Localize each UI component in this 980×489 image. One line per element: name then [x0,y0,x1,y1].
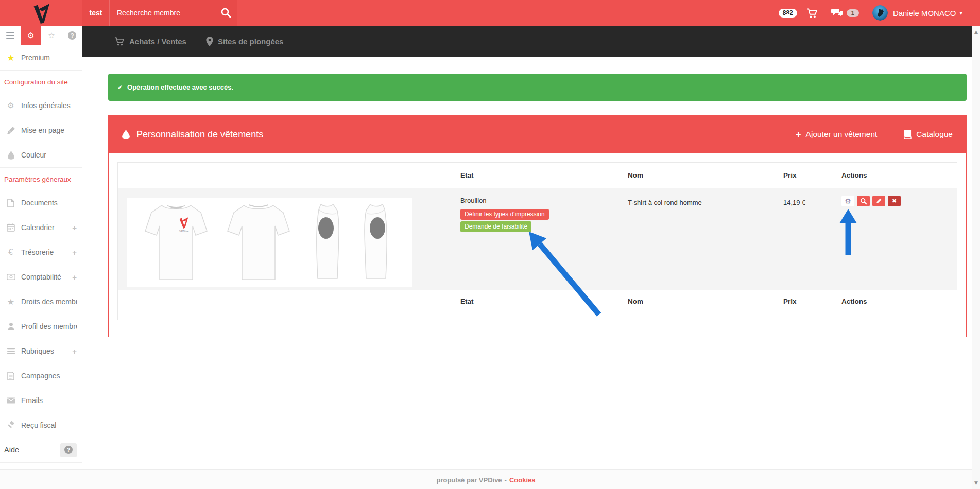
divider [0,462,82,463]
calendar-icon [4,223,18,232]
search-input[interactable] [110,8,215,18]
user-avatar[interactable] [872,5,888,21]
droplet-icon [122,130,130,139]
catalogue-button[interactable]: Catalogue [903,130,953,139]
sidebar-item-couleur[interactable]: Couleur [0,143,82,167]
avatar-image [872,5,888,21]
tab-favorites[interactable]: ☆ [41,26,62,45]
messages-count-badge: 1 [847,9,859,17]
footer-column-prix: Prix [779,290,837,305]
sidebar-item-campagnes[interactable]: Campagnes [0,363,82,388]
add-clothing-button[interactable]: + Ajouter un vêtement [796,130,877,139]
alert-message: Opération effectuée avec succès. [127,83,233,91]
user-name-label: Daniele MONACO [893,9,956,18]
sidebar-item-recu-fiscal[interactable]: Reçu fiscal [0,413,82,438]
define-print-types-button[interactable]: Définir les types d'impression [460,209,549,220]
tshirt-side-left-image [360,201,396,284]
cart-button[interactable] [806,8,818,19]
sidebar-item-droits-des-membres[interactable]: ★ Droits des membres [0,289,82,314]
expand-plus-icon[interactable]: + [72,273,77,282]
check-icon: ✔ [117,84,123,91]
cart-icon [806,8,818,19]
file-icon [4,199,18,207]
panel-title: Personnalisation de vêtements [136,129,263,140]
sidebar-item-tresorerie[interactable]: € Trésorerie + [0,240,82,265]
expand-plus-icon[interactable]: + [72,248,77,257]
sidebar-item-rubriques[interactable]: Rubriques + [0,339,82,363]
sidebar-item-premium[interactable]: ★ Premium [0,45,82,70]
hamburger-icon [6,31,14,40]
tshirt-images: VPDive [127,198,412,287]
scroll-up-icon[interactable]: ▲ [972,29,980,34]
success-alert: ✔ Opération effectuée avec succès. [108,74,967,101]
section-parametres-generaux: Paramètres géneraux [0,168,82,190]
column-header-prix: Prix [779,171,837,179]
row-view-button[interactable] [857,196,870,206]
expand-plus-icon[interactable]: + [72,223,77,232]
search-icon [220,7,232,19]
nav-label: Achats / Ventes [129,37,186,46]
page-footer: propulsé par VPDive - Cookies [0,469,972,489]
row-settings-button[interactable]: ⚙ [841,196,854,206]
cookies-link[interactable]: Cookies [509,476,536,484]
panel-header: Personnalisation de vêtements + Ajouter … [109,115,966,153]
chevron-down-icon: ▾ [959,10,962,16]
product-images-cell: VPDive [118,188,455,290]
score-badge[interactable]: 882 [779,9,797,18]
nom-cell: T-shirt à col rond homme [624,188,779,290]
gear-icon: ⚙ [4,101,18,110]
star-icon: ★ [4,53,18,63]
nav-sites-plongees[interactable]: Sites de plongées [206,37,284,46]
tab-settings[interactable]: ⚙ [21,26,41,45]
star-icon: ★ [4,297,18,307]
column-header-actions: Actions [837,171,957,179]
etat-value: Brouillon [460,197,487,204]
clothing-table: Etat Nom Prix Actions [117,162,957,320]
help-button[interactable]: ? [60,443,77,457]
footer-column-etat: Etat [455,290,624,305]
vpdive-logo[interactable] [0,0,82,26]
tshirt-logo-text: VPDive [179,230,188,233]
section-configuration-du-site: Configuration du site [0,71,82,93]
project-name-tab[interactable]: test [82,0,110,26]
table-row: VPDive [118,188,957,290]
sidebar: ★ Premium Configuration du site ⚙ Infos … [0,45,82,469]
question-icon: ? [64,446,73,454]
banknote-icon [4,274,18,280]
document-lines-icon [4,372,18,380]
sidebar-item-emails[interactable]: Emails [0,388,82,413]
cart-icon [114,37,125,46]
book-icon [903,130,912,139]
magnifier-icon [860,198,867,205]
user-menu[interactable]: Daniele MONACO ▾ [893,9,962,18]
expand-plus-icon[interactable]: + [72,347,77,356]
vpdive-logo-icon [31,3,51,24]
top-bar: test 882 [0,0,980,26]
nav-label: Sites de plongées [218,37,284,46]
tshirt-back-image [226,201,291,284]
footer-column-nom: Nom [624,290,779,305]
sidebar-item-calendrier[interactable]: Calendrier + [0,215,82,240]
sidebar-item-profil-des-membres[interactable]: Profil des membres [0,314,82,339]
tshirt-front-image: VPDive [143,201,209,284]
prix-cell: 14,19 € [779,188,837,290]
sidebar-item-documents[interactable]: Documents [0,190,82,215]
messages-button[interactable]: 1 [831,8,859,18]
sidebar-item-mise-en-page[interactable]: Mise en page [0,118,82,143]
question-icon: ? [68,31,76,40]
sidebar-item-comptabilite[interactable]: Comptabilité + [0,265,82,289]
row-edit-button[interactable] [872,196,885,206]
envelope-icon [4,397,18,404]
tab-help[interactable]: ? [62,26,82,45]
member-search [110,0,237,26]
scroll-down-icon[interactable]: ▼ [972,480,980,485]
feasibility-request-button[interactable]: Demande de faisabilité [460,221,531,232]
sidebar-tabs: ⚙ ☆ ? [0,26,82,45]
vertical-scrollbar[interactable]: ▲ ▼ [972,26,980,489]
plus-icon: + [796,130,801,139]
sidebar-item-infos-generales[interactable]: ⚙ Infos générales [0,93,82,118]
search-button[interactable] [215,0,237,26]
tab-menu[interactable] [0,26,21,45]
nav-achats-ventes[interactable]: Achats / Ventes [114,37,186,46]
row-delete-button[interactable]: ✖ [888,196,901,206]
